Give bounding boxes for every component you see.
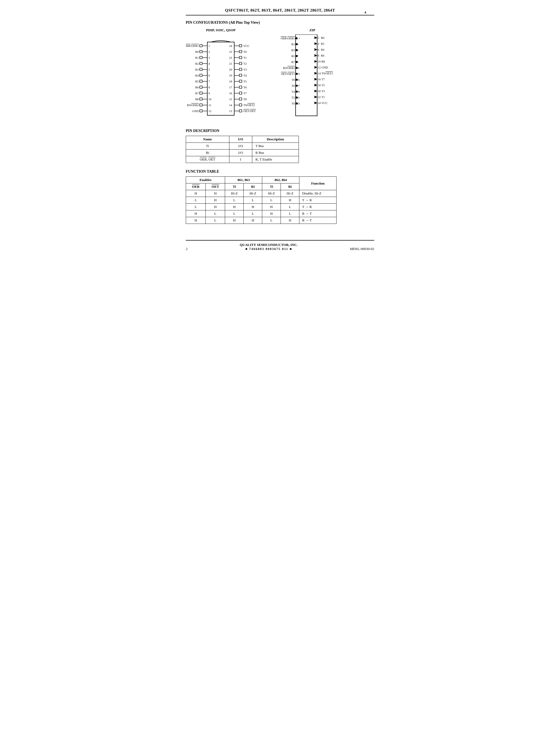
- svg-rect-10: [200, 56, 202, 59]
- enables-group-header: Enables: [186, 177, 225, 183]
- footer-doc-num: MDSL-00030-02: [350, 247, 374, 251]
- pin-io-ri: I/O: [229, 150, 252, 156]
- svg-text:9: 9: [208, 92, 210, 95]
- svg-text:T0: T0: [292, 102, 295, 105]
- svg-text:T1: T1: [322, 95, 325, 99]
- pin-name-oer: OER, OET: [186, 156, 229, 163]
- svg-text:12: 12: [318, 66, 321, 69]
- svg-text:11: 11: [297, 66, 300, 70]
- svg-text:T8: T8: [243, 98, 247, 101]
- zip-diagram-block: ZIP OER\OER1 1 • R1 3: [272, 28, 353, 121]
- svg-text:R8: R8: [322, 60, 325, 63]
- pdip-diagram-block: PDIP, SOIC, QSOP OER/OER1 1: [186, 28, 256, 118]
- pin-description-section: PIN DESCRIPTION Name I/O Description Ti …: [186, 129, 374, 163]
- svg-text:6: 6: [208, 74, 210, 77]
- footer-center: QUALITY SEMICONDUCTOR, INC. ■ 7466803 00…: [240, 243, 297, 251]
- svg-text:1: 1: [208, 44, 210, 47]
- svg-text:9: 9: [297, 60, 298, 64]
- svg-text:4: 4: [208, 62, 210, 65]
- svg-text:T2: T2: [243, 62, 247, 65]
- svg-text:R1: R1: [291, 43, 295, 46]
- func-row-3: L H H H H L T → R: [186, 204, 336, 211]
- svg-text:T8: T8: [292, 78, 295, 81]
- svg-rect-18: [200, 68, 202, 71]
- svg-text:T7: T7: [243, 92, 247, 95]
- svg-text:R3: R3: [195, 68, 199, 71]
- svg-text:T4: T4: [243, 74, 247, 77]
- col-ri2: Ri: [281, 183, 299, 190]
- svg-text:18: 18: [318, 83, 321, 87]
- svg-rect-46: [200, 110, 202, 112]
- col-oer: OER: [186, 183, 206, 190]
- pdip-subtitle: PDIP, SOIC, QSOP: [206, 28, 235, 32]
- svg-text:18: 18: [229, 80, 232, 83]
- row1-ri1: Hi-Z: [244, 190, 262, 197]
- row1-ti2: Hi-Z: [262, 190, 281, 197]
- svg-rect-82: [239, 92, 242, 94]
- svg-text:R2: R2: [321, 42, 325, 45]
- svg-text:R5: R5: [291, 54, 295, 58]
- svg-rect-62: [239, 62, 242, 65]
- svg-text:16: 16: [229, 92, 232, 95]
- svg-text:21: 21: [229, 62, 232, 65]
- svg-rect-94: [239, 110, 242, 112]
- svg-text:OET/OET1: OET/OET1: [243, 110, 256, 113]
- pin-configurations-section: PIN CONFIGURATIONS (All Pins Top View) P…: [186, 20, 374, 121]
- svg-text:11: 11: [208, 103, 211, 107]
- svg-text:4: 4: [318, 42, 319, 45]
- row1-oet: H: [206, 190, 225, 197]
- svg-text:T2: T2: [292, 96, 295, 99]
- pdip-svg: OER/OER1 1 R0 2 R1 3 R2: [186, 35, 256, 118]
- svg-text:3: 3: [297, 43, 298, 46]
- pin-desc-ti: T Bus: [252, 143, 298, 150]
- page-header: QSFCT861T, 862T, 863T, 864T, 2861T, 2862…: [186, 5, 374, 16]
- func-row-2: L H L L L H T → R: [186, 197, 336, 204]
- func-row-4: H L L L H L R → T: [186, 211, 336, 217]
- pin-row-oer-oet: OER, OET I R, T Enable: [186, 156, 299, 163]
- page-footer: 2 QUALITY SEMICONDUCTOR, INC. ■ 7466803 …: [186, 240, 374, 251]
- pin-name-ti: Ti: [186, 143, 229, 150]
- svg-text:2: 2: [318, 36, 319, 39]
- row1-ti1: Hi-Z: [225, 190, 244, 197]
- svg-text:10: 10: [318, 60, 321, 63]
- svg-text:20: 20: [318, 90, 321, 93]
- svg-text:R3: R3: [291, 48, 295, 52]
- svg-rect-22: [200, 74, 202, 77]
- svg-text:T1: T1: [243, 56, 247, 59]
- svg-text:T0: T0: [243, 50, 247, 53]
- pin-desc-oer: R, T Enable: [252, 156, 298, 163]
- svg-text:17: 17: [297, 84, 300, 87]
- svg-text:19: 19: [297, 90, 300, 93]
- svg-text:23: 23: [297, 102, 300, 105]
- svg-text:15: 15: [297, 78, 300, 81]
- svg-rect-86: [239, 98, 242, 100]
- svg-rect-14: [200, 62, 202, 65]
- svg-text:7: 7: [208, 80, 210, 83]
- svg-text:VCC: VCC: [243, 44, 250, 47]
- svg-text:24: 24: [318, 101, 321, 104]
- svg-rect-2: [200, 44, 202, 47]
- svg-text:T4: T4: [292, 90, 295, 93]
- svg-text:T3: T3: [322, 90, 325, 93]
- col-ri1: Ri: [244, 183, 262, 190]
- svg-text:GND: GND: [322, 66, 328, 69]
- col-name: Name: [186, 136, 229, 143]
- svg-text:GND: GND: [192, 110, 199, 113]
- svg-text:13: 13: [229, 110, 232, 113]
- svg-rect-50: [239, 44, 242, 47]
- svg-text:5: 5: [297, 48, 298, 52]
- svg-text:R0: R0: [195, 50, 199, 53]
- zip-subtitle: ZIP: [309, 28, 315, 32]
- pin-io-ti: I/O: [229, 143, 252, 150]
- svg-text:2: 2: [208, 50, 210, 53]
- svg-text:12: 12: [208, 110, 211, 113]
- svg-text:8: 8: [208, 86, 210, 89]
- zip-svg: OER\OER1 1 • R1 3 R3 5 R5 7: [272, 35, 353, 121]
- pin-desc-title: PIN DESCRIPTION: [186, 129, 374, 133]
- function-table-section: FUNCTION TABLE Enables 861, 863 862, 864…: [186, 170, 374, 224]
- svg-text:13: 13: [297, 72, 300, 75]
- svg-text:17: 17: [229, 86, 232, 89]
- svg-rect-30: [200, 86, 202, 88]
- svg-text:T7: T7: [322, 78, 325, 81]
- svg-text:OER/OER1: OER/OER1: [186, 44, 199, 47]
